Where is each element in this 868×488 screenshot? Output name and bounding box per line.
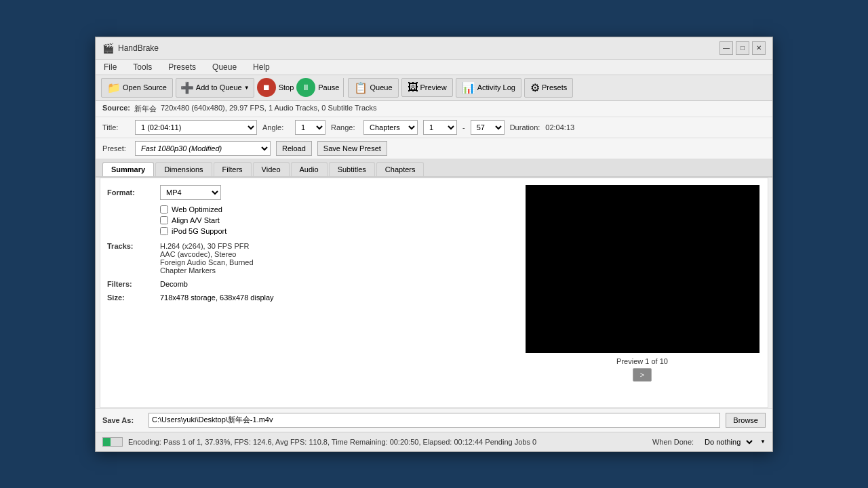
open-source-icon: 📁	[107, 81, 121, 94]
size-value: 718x478 storage, 638x478 display	[160, 293, 274, 302]
tab-video[interactable]: Video	[253, 162, 290, 176]
title-bar-left: 🎬 HandBrake	[102, 43, 159, 54]
menu-help[interactable]: Help	[249, 61, 274, 73]
title-bar-controls: — □ ✕	[719, 41, 766, 55]
angle-select[interactable]: 1	[295, 120, 326, 135]
tab-dimensions[interactable]: Dimensions	[155, 162, 212, 176]
main-window: 🎬 HandBrake — □ ✕ File Tools Presets Que…	[95, 37, 773, 452]
add-queue-label: Add to Queue	[196, 83, 242, 92]
chapter-end-select[interactable]: 57	[471, 120, 505, 135]
activity-log-button[interactable]: 📊 Activity Log	[456, 78, 521, 98]
align-av-start-checkbox[interactable]	[160, 216, 168, 224]
source-bar: Source: 新年会 720x480 (640x480), 29.97 FPS…	[96, 101, 772, 117]
ipod-5g-support-checkbox-item[interactable]: iPod 5G Support	[160, 227, 517, 235]
preset-row: Preset: Fast 1080p30 (Modified) Reload S…	[96, 138, 772, 159]
tracks-values: H.264 (x264), 30 FPS PFR AAC (avcodec), …	[160, 242, 254, 274]
save-path-input[interactable]	[149, 413, 720, 428]
tab-filters[interactable]: Filters	[214, 162, 252, 176]
checkboxes-group: Web Optimized Align A/V Start iPod 5G Su…	[160, 205, 517, 235]
progress-bar-fill	[103, 438, 111, 446]
tab-summary[interactable]: Summary	[102, 162, 154, 176]
app-icon: 🎬	[102, 43, 114, 54]
presets-label: Presets	[542, 83, 567, 92]
close-button[interactable]: ✕	[752, 41, 766, 55]
ipod-5g-support-label: iPod 5G Support	[172, 227, 226, 235]
title-controls-row: Title: 1 (02:04:11) Angle: 1 Range: Chap…	[96, 117, 772, 138]
when-done-select[interactable]: Do nothing	[699, 434, 755, 449]
web-optimized-checkbox[interactable]	[160, 205, 168, 214]
preview-label: Preview	[420, 83, 447, 92]
menu-presets[interactable]: Presets	[164, 61, 200, 73]
when-done-arrow: ▼	[760, 439, 766, 445]
web-optimized-checkbox-item[interactable]: Web Optimized	[160, 205, 517, 214]
browse-button[interactable]: Browse	[726, 413, 766, 428]
range-label: Range:	[331, 123, 358, 131]
toolbar: 📁 Open Source ➕ Add to Queue ▼ ⏹ Stop ⏸ …	[96, 75, 772, 101]
format-select[interactable]: MP4	[160, 185, 221, 200]
track-line-2: Foreign Audio Scan, Burned	[160, 258, 254, 266]
maximize-button[interactable]: □	[736, 41, 749, 55]
title-bar: 🎬 HandBrake — □ ✕	[96, 37, 772, 60]
align-av-start-checkbox-item[interactable]: Align A/V Start	[160, 216, 517, 224]
web-optimized-label: Web Optimized	[172, 205, 222, 214]
save-row: Save As: Browse	[96, 408, 772, 432]
add-queue-dropdown-arrow: ▼	[244, 85, 250, 91]
format-row: Format: MP4	[107, 185, 517, 200]
add-to-queue-button[interactable]: ➕ Add to Queue ▼	[176, 78, 254, 98]
preset-select[interactable]: Fast 1080p30 (Modified)	[135, 141, 271, 156]
title-label: Title:	[102, 123, 130, 131]
tab-subtitles[interactable]: Subtitles	[329, 162, 375, 176]
range-dash: -	[462, 123, 465, 131]
align-av-start-label: Align A/V Start	[172, 216, 220, 224]
open-source-button[interactable]: 📁 Open Source	[101, 78, 173, 98]
size-label: Size:	[107, 293, 155, 302]
preview-area	[526, 185, 760, 353]
tab-bar: Summary Dimensions Filters Video Audio S…	[96, 159, 772, 178]
tracks-row: Tracks: H.264 (x264), 30 FPS PFR AAC (av…	[107, 242, 517, 274]
ipod-5g-support-checkbox[interactable]	[160, 227, 168, 235]
preview-icon: 🖼	[408, 81, 418, 94]
progress-bar-container	[102, 437, 123, 447]
save-new-preset-button[interactable]: Save New Preset	[317, 141, 387, 156]
queue-button[interactable]: 📋 Queue	[348, 78, 398, 98]
stop-button[interactable]: ⏹	[257, 78, 276, 97]
pause-icon: ⏸	[302, 83, 310, 92]
size-row: Size: 718x478 storage, 638x478 display	[107, 293, 517, 302]
save-as-label: Save As:	[102, 416, 143, 424]
range-select[interactable]: Chapters	[363, 120, 418, 135]
filters-label: Filters:	[107, 280, 155, 288]
track-line-0: H.264 (x264), 30 FPS PFR	[160, 242, 254, 250]
preview-button[interactable]: 🖼 Preview	[401, 78, 453, 97]
queue-icon: 📋	[354, 81, 368, 94]
source-filename: 新年会	[134, 104, 157, 114]
right-panel: Preview 1 of 10 >	[524, 185, 761, 401]
stop-icon: ⏹	[262, 83, 271, 92]
track-line-3: Chapter Markers	[160, 266, 254, 274]
stop-label: Stop	[279, 83, 294, 92]
title-select[interactable]: 1 (02:04:11)	[135, 120, 257, 135]
preview-next-button[interactable]: >	[633, 368, 652, 382]
queue-label: Queue	[370, 83, 392, 92]
open-source-label: Open Source	[123, 83, 167, 92]
add-queue-icon: ➕	[180, 81, 194, 94]
chapter-start-select[interactable]: 1	[423, 120, 457, 135]
duration-label: Duration:	[510, 123, 540, 131]
reload-button[interactable]: Reload	[276, 141, 312, 156]
menu-file[interactable]: File	[100, 61, 121, 73]
pause-button[interactable]: ⏸	[296, 78, 315, 97]
menu-tools[interactable]: Tools	[129, 61, 156, 73]
pause-label: Pause	[318, 83, 339, 92]
source-info: 720x480 (640x480), 29.97 FPS, 1 Audio Tr…	[161, 104, 377, 114]
preset-label: Preset:	[102, 144, 130, 152]
preview-nav: >	[633, 368, 652, 382]
left-panel: Format: MP4 Web Optimized Align A/V Star…	[107, 185, 517, 401]
minimize-button[interactable]: —	[719, 41, 733, 55]
preview-label: Preview 1 of 10	[616, 357, 668, 365]
presets-button[interactable]: ⚙ Presets	[524, 78, 573, 98]
menu-queue[interactable]: Queue	[208, 61, 241, 73]
filters-row: Filters: Decomb	[107, 280, 517, 288]
activity-log-icon: 📊	[462, 81, 475, 94]
main-content: Format: MP4 Web Optimized Align A/V Star…	[100, 178, 768, 408]
tab-chapters[interactable]: Chapters	[376, 162, 425, 176]
tab-audio[interactable]: Audio	[291, 162, 328, 176]
